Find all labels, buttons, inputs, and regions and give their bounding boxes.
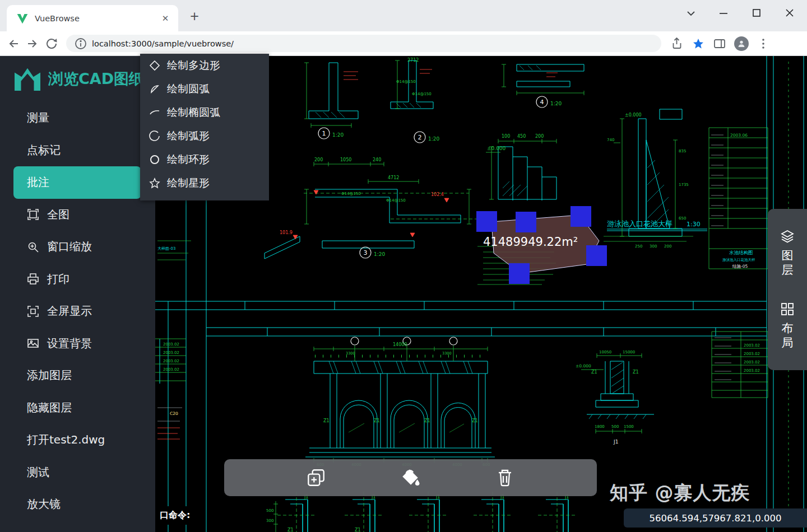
cad-label: Z1	[355, 528, 361, 532]
delete-button[interactable]	[493, 465, 517, 490]
submenu-draw-star[interactable]: 绘制星形	[140, 171, 269, 195]
fill-color-button[interactable]	[398, 465, 423, 490]
vuebrowse-favicon	[16, 12, 29, 25]
submenu-draw-arc-shape[interactable]: 绘制弧形	[140, 124, 269, 148]
submenu-draw-ellipse-arc[interactable]: 绘制椭圆弧	[140, 101, 269, 124]
cad-label: 2003.02	[744, 360, 760, 365]
cad-label: 650	[679, 216, 686, 221]
drawing-scale: 1:30	[687, 221, 701, 228]
cad-label: 1	[322, 130, 326, 137]
reload-icon[interactable]	[45, 37, 58, 50]
cad-label: 300	[266, 519, 273, 523]
duplicate-button[interactable]	[304, 465, 328, 490]
menu-kebab-icon[interactable]	[757, 37, 770, 50]
sidebar-item-point-marker[interactable]: 点标记	[0, 134, 155, 167]
cad-label: Z1	[633, 370, 639, 375]
cad-label: 1:20	[550, 101, 562, 106]
fill-bucket-icon	[400, 467, 421, 488]
sidebar-item-label: 全屏显示	[47, 304, 92, 319]
area-measurement-label: 41489949.22m²	[483, 235, 578, 249]
window-close-button[interactable]	[777, 3, 803, 22]
layout-label: 布局	[782, 321, 794, 351]
browser-tabstrip: VueBrowse ✕ +	[0, 0, 807, 31]
share-icon[interactable]	[670, 37, 684, 50]
cad-label: 2003.02	[163, 342, 179, 347]
submenu-draw-irregular-polygon[interactable]: 绘制不规则多边形	[140, 195, 269, 200]
sidebar-item-label: 放大镜	[27, 497, 61, 512]
submenu-draw-ring[interactable]: 绘制环形	[140, 148, 269, 171]
tab-search-chevron-icon[interactable]	[678, 3, 704, 22]
cad-label: Φ14@150	[412, 92, 432, 96]
selection-handle[interactable]	[516, 212, 536, 232]
profile-avatar[interactable]	[734, 36, 749, 51]
submenu-item-label: 绘制多边形	[167, 58, 220, 73]
selection-handle[interactable]	[571, 206, 591, 227]
annotation-toolbar	[224, 459, 597, 496]
url-text: localhost:3000/sample/vuebrowse/	[92, 39, 234, 48]
window-maximize-button[interactable]	[744, 3, 769, 22]
submenu-item-label: 绘制圆弧	[167, 82, 210, 96]
submenu-draw-arc[interactable]: 绘制圆弧	[140, 77, 269, 101]
selection-handle[interactable]	[509, 263, 530, 284]
selection-handle[interactable]	[476, 211, 497, 232]
cad-label: 740	[607, 138, 614, 142]
cad-label: 2003.06	[730, 133, 748, 138]
image-icon	[27, 337, 39, 349]
forward-icon[interactable]	[26, 37, 39, 50]
cad-label: ±0.000	[487, 146, 506, 151]
sidebar-item-open-test2[interactable]: 打开test2.dwg	[0, 424, 155, 456]
sidebar-item-set-background[interactable]: 设置背景	[0, 328, 155, 360]
back-icon[interactable]	[7, 37, 20, 50]
sidebar-item-label: 批注	[27, 175, 49, 190]
sidebar-item-label: 添加图层	[27, 368, 72, 383]
app-logo-icon	[12, 66, 43, 92]
url-field[interactable]: localhost:3000/sample/vuebrowse/	[66, 35, 661, 52]
submenu-draw-polygon[interactable]: 绘制多边形	[140, 54, 269, 77]
cad-label: Z1	[424, 418, 430, 423]
app-sidebar: 浏览CAD图纸 测量 点标记 批注 全图 窗口缩放 打印 全屏显示	[0, 56, 155, 532]
layout-button[interactable]: 布局	[780, 302, 795, 351]
sidebar-item-print[interactable]: 打印	[0, 263, 155, 296]
site-info-icon[interactable]	[74, 37, 87, 50]
sidebar-item-hide-layer[interactable]: 隐藏图层	[0, 392, 155, 424]
layers-button[interactable]: 图层	[780, 229, 795, 278]
sidebar-item-window-zoom[interactable]: 窗口缩放	[0, 231, 155, 263]
sidebar-item-measure[interactable]: 测量	[0, 102, 155, 134]
command-prompt[interactable]: 口命令:	[156, 506, 193, 525]
sidebar-item-label: 测试	[27, 465, 49, 480]
cad-label: 2003.02	[744, 368, 760, 373]
cad-label: 835	[679, 149, 686, 153]
new-tab-button[interactable]: +	[187, 9, 202, 24]
sidebar-item-label: 打开test2.dwg	[27, 432, 105, 447]
sidebar-item-magnifier[interactable]: 放大镜	[0, 488, 155, 521]
cad-label: 500	[266, 508, 273, 513]
right-dock: 图层 布局	[768, 209, 807, 370]
side-panel-icon[interactable]	[713, 37, 726, 50]
sidebar-item-test[interactable]: 测试	[0, 456, 155, 489]
window-minimize-button[interactable]	[711, 3, 736, 22]
cad-label: Φ14@150	[341, 192, 361, 196]
ellipse-arc-icon	[149, 107, 160, 118]
bookmark-star-icon[interactable]	[692, 37, 705, 50]
cad-label: 结施-05	[732, 264, 748, 269]
tab-title: VueBrowse	[35, 14, 159, 23]
browser-tab[interactable]: VueBrowse ✕	[7, 5, 178, 31]
cad-label: 200	[664, 244, 671, 249]
cad-label: 1050	[340, 157, 351, 162]
cad-label: 1800	[595, 424, 605, 429]
cad-label: 1500	[624, 424, 634, 429]
sidebar-item-add-layer[interactable]: 添加图层	[0, 360, 155, 392]
cad-label: 14000	[393, 342, 407, 347]
sidebar-item-full-view[interactable]: 全图	[0, 199, 155, 231]
sidebar-item-fullscreen[interactable]: 全屏显示	[0, 295, 155, 328]
star-icon	[149, 178, 160, 189]
tab-close-icon[interactable]: ✕	[159, 12, 171, 25]
sidebar-item-annotate[interactable]: 批注	[13, 166, 141, 199]
selection-handle[interactable]	[586, 245, 607, 266]
cad-label: 2	[418, 134, 422, 141]
duplicate-icon	[305, 467, 327, 488]
cad-label: Z1	[472, 418, 478, 423]
cad-label: 3300	[442, 351, 452, 356]
coordinates-readout: 56064.594,57967.821,0.000	[624, 508, 807, 528]
cad-label: 游泳池入口花池大样	[722, 258, 755, 262]
